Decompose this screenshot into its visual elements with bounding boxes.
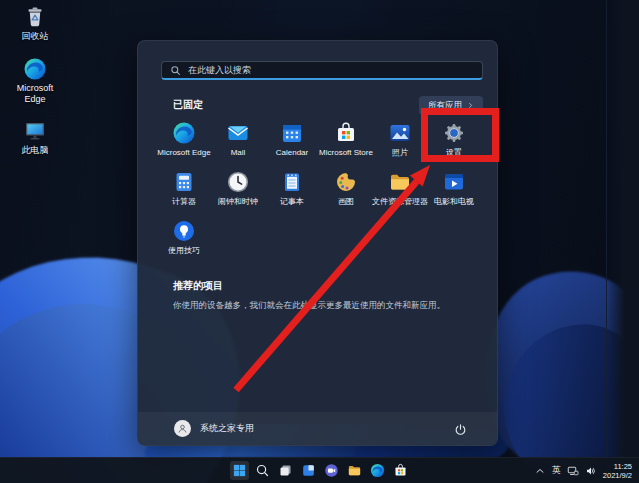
system-tray: 英 11:25 2021/9/2 <box>534 458 632 483</box>
ime-language-indicator[interactable]: 英 <box>552 464 561 477</box>
app-label: 闹钟和时钟 <box>218 197 258 206</box>
file-explorer-icon <box>347 463 362 478</box>
search-icon <box>170 65 181 76</box>
desktop-icon-recycle-bin[interactable]: 回收站 <box>6 5 64 42</box>
search-input[interactable]: 在此键入以搜索 <box>161 61 483 80</box>
pinned-app-file-explorer[interactable]: 文件资源管理器 <box>373 170 427 219</box>
store-icon <box>334 121 358 145</box>
pinned-app-paint[interactable]: 画图 <box>319 170 373 219</box>
taskbar-center-buttons <box>230 458 410 483</box>
edge-button[interactable] <box>368 461 387 480</box>
wallpaper-edge-band <box>606 0 639 483</box>
app-label: 照片 <box>392 148 408 157</box>
user-name: 系统之家专用 <box>200 422 254 435</box>
start-icon <box>232 463 247 478</box>
taskbar: 英 11:25 2021/9/2 <box>0 457 639 483</box>
app-label: 使用技巧 <box>168 246 200 255</box>
app-label: Mail <box>231 148 246 157</box>
pinned-app-alarms-clock[interactable]: 闹钟和时钟 <box>211 170 265 219</box>
tray-chevron-up-icon[interactable] <box>534 465 546 477</box>
task-view-icon <box>278 463 293 478</box>
calendar-icon <box>280 121 304 145</box>
start-menu: 在此键入以搜索 已固定 所有应用 Microsoft Edge Mail Cal… <box>137 40 498 446</box>
edge-icon <box>23 57 47 81</box>
app-label: Calendar <box>276 148 308 157</box>
recommended-empty-text: 你使用的设备越多，我们就会在此处显示更多最近使用的文件和新应用。 <box>173 300 488 311</box>
pinned-app-microsoft-store[interactable]: Microsoft Store <box>319 121 373 170</box>
taskbar-search-button[interactable] <box>253 461 272 480</box>
app-label: Microsoft Edge <box>157 148 210 157</box>
search-placeholder: 在此键入以搜索 <box>188 64 251 77</box>
clock-icon <box>226 170 250 194</box>
clock-date: 2021/9/2 <box>603 471 632 480</box>
clock-time: 11:25 <box>603 462 632 471</box>
desktop-icon-label: 回收站 <box>6 31 64 42</box>
pinned-app-movies-tv[interactable]: 电影和电视 <box>427 170 481 219</box>
chat-button[interactable] <box>322 461 341 480</box>
desktop-icon-this-pc[interactable]: 此电脑 <box>6 119 64 156</box>
start-menu-user-bar: 系统之家专用 <box>138 412 497 445</box>
user-avatar-icon <box>174 420 191 437</box>
screen: 回收站 Microsoft Edge 此电脑 在此键入以搜索 已固定 所有应用 … <box>0 0 639 483</box>
pinned-app-tips[interactable]: 使用技巧 <box>157 219 211 268</box>
start-button[interactable] <box>230 461 249 480</box>
search-icon <box>255 463 270 478</box>
photos-icon <box>388 121 412 145</box>
app-label: 文件资源管理器 <box>372 197 428 206</box>
edge-icon <box>370 463 385 478</box>
file-explorer-button[interactable] <box>345 461 364 480</box>
app-label: 记事本 <box>280 197 304 206</box>
power-icon <box>454 423 467 436</box>
speaker-icon[interactable] <box>585 465 597 477</box>
power-button[interactable] <box>454 422 467 435</box>
widgets-button[interactable] <box>299 461 318 480</box>
widgets-icon <box>301 463 316 478</box>
taskbar-clock[interactable]: 11:25 2021/9/2 <box>603 462 632 480</box>
file-explorer-icon <box>388 170 412 194</box>
tips-lightbulb-icon <box>172 219 196 243</box>
pinned-section-title: 已固定 <box>173 98 203 112</box>
edge-icon <box>172 121 196 145</box>
user-account-button[interactable]: 系统之家专用 <box>174 420 254 437</box>
store-button[interactable] <box>391 461 410 480</box>
movies-tv-icon <box>442 170 466 194</box>
store-icon <box>393 463 408 478</box>
desktop-icon-microsoft-edge[interactable]: Microsoft Edge <box>6 57 64 105</box>
pinned-app-calendar[interactable]: Calendar <box>265 121 319 170</box>
app-label: 电影和电视 <box>434 197 474 206</box>
pinned-app-microsoft-edge[interactable]: Microsoft Edge <box>157 121 211 170</box>
desktop-icon-label: 此电脑 <box>6 145 64 156</box>
annotation-highlight-box <box>421 108 499 162</box>
mail-icon <box>226 121 250 145</box>
notepad-icon <box>280 170 304 194</box>
this-pc-icon <box>23 119 47 143</box>
app-label: 画图 <box>338 197 354 206</box>
chat-icon <box>324 463 339 478</box>
pinned-app-mail[interactable]: Mail <box>211 121 265 170</box>
pinned-app-notepad[interactable]: 记事本 <box>265 170 319 219</box>
paint-palette-icon <box>334 170 358 194</box>
ethernet-network-icon[interactable] <box>567 465 579 477</box>
app-label: Microsoft Store <box>319 148 373 157</box>
app-label: 计算器 <box>172 197 196 206</box>
pinned-app-photos[interactable]: 照片 <box>373 121 427 170</box>
recommended-section-title: 推荐的项目 <box>173 279 223 293</box>
calculator-icon <box>172 170 196 194</box>
task-view-button[interactable] <box>276 461 295 480</box>
desktop-icon-label: Microsoft Edge <box>6 83 64 105</box>
pinned-app-calculator[interactable]: 计算器 <box>157 170 211 219</box>
recycle-bin-icon <box>23 5 47 29</box>
